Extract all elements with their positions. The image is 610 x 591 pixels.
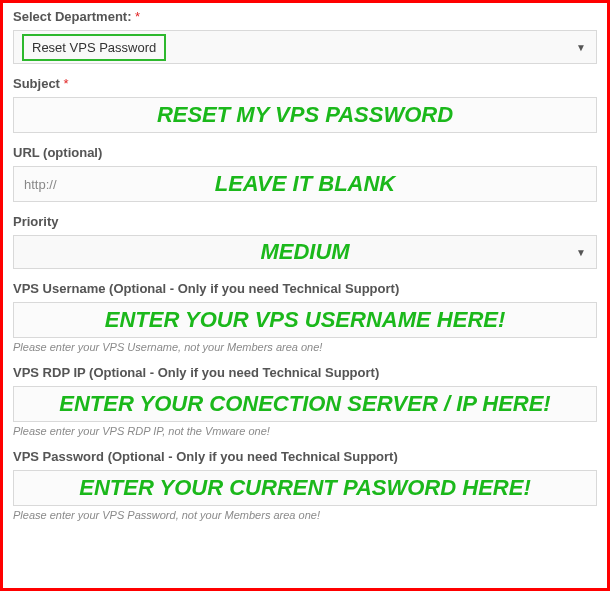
label-department-text: Select Department: bbox=[13, 9, 131, 24]
label-url: URL (optional) bbox=[13, 145, 597, 160]
form-container: Select Department: * Reset VPS Password … bbox=[0, 0, 610, 591]
vps-password-input[interactable]: ENTER YOUR CURRENT PASWORD HERE! bbox=[13, 470, 597, 506]
vps-username-input[interactable]: ENTER YOUR VPS USERNAME HERE! bbox=[13, 302, 597, 338]
priority-overlay-annotation: MEDIUM bbox=[260, 239, 349, 265]
field-vps-password: VPS Password (Optional - Only if you nee… bbox=[13, 449, 597, 521]
vps-rdp-ip-overlay-annotation: ENTER YOUR CONECTION SERVER / IP HERE! bbox=[59, 391, 550, 417]
url-input[interactable]: http:// LEAVE IT BLANK bbox=[13, 166, 597, 202]
vps-username-overlay-annotation: ENTER YOUR VPS USERNAME HERE! bbox=[105, 307, 506, 333]
required-mark: * bbox=[64, 76, 69, 91]
field-vps-rdp-ip: VPS RDP IP (Optional - Only if you need … bbox=[13, 365, 597, 437]
department-selected-value: Reset VPS Password bbox=[22, 34, 166, 61]
field-url: URL (optional) http:// LEAVE IT BLANK bbox=[13, 145, 597, 202]
vps-password-hint: Please enter your VPS Password, not your… bbox=[13, 509, 597, 521]
vps-rdp-ip-hint: Please enter your VPS RDP IP, not the Vm… bbox=[13, 425, 597, 437]
vps-password-overlay-annotation: ENTER YOUR CURRENT PASWORD HERE! bbox=[79, 475, 530, 501]
department-select[interactable]: Reset VPS Password ▼ bbox=[13, 30, 597, 64]
label-subject-text: Subject bbox=[13, 76, 60, 91]
label-vps-rdp-ip: VPS RDP IP (Optional - Only if you need … bbox=[13, 365, 597, 380]
priority-select[interactable]: MEDIUM ▼ bbox=[13, 235, 597, 269]
required-mark: * bbox=[135, 9, 140, 24]
url-overlay-annotation: LEAVE IT BLANK bbox=[215, 171, 395, 197]
label-priority: Priority bbox=[13, 214, 597, 229]
url-placeholder: http:// bbox=[24, 177, 57, 192]
subject-input[interactable]: RESET MY VPS PASSWORD bbox=[13, 97, 597, 133]
vps-username-hint: Please enter your VPS Username, not your… bbox=[13, 341, 597, 353]
label-vps-username: VPS Username (Optional - Only if you nee… bbox=[13, 281, 597, 296]
label-department: Select Department: * bbox=[13, 9, 597, 24]
field-vps-username: VPS Username (Optional - Only if you nee… bbox=[13, 281, 597, 353]
subject-overlay-annotation: RESET MY VPS PASSWORD bbox=[157, 102, 453, 128]
vps-rdp-ip-input[interactable]: ENTER YOUR CONECTION SERVER / IP HERE! bbox=[13, 386, 597, 422]
field-department: Select Department: * Reset VPS Password … bbox=[13, 9, 597, 64]
label-subject: Subject * bbox=[13, 76, 597, 91]
field-subject: Subject * RESET MY VPS PASSWORD bbox=[13, 76, 597, 133]
chevron-down-icon: ▼ bbox=[576, 42, 586, 53]
label-vps-password: VPS Password (Optional - Only if you nee… bbox=[13, 449, 597, 464]
chevron-down-icon: ▼ bbox=[576, 247, 586, 258]
field-priority: Priority MEDIUM ▼ bbox=[13, 214, 597, 269]
